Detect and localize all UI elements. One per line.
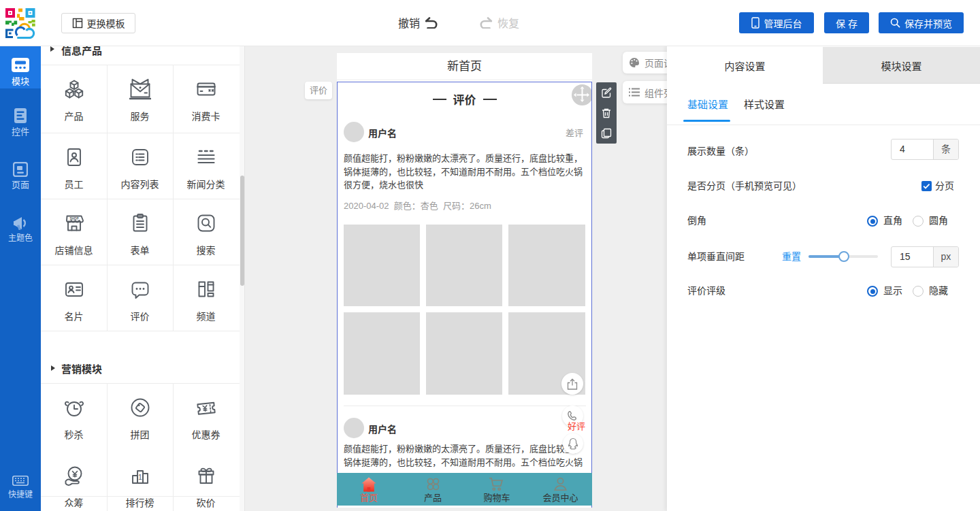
svg-text:SHOP: SHOP <box>69 217 78 220</box>
svg-text:1: 1 <box>138 473 142 481</box>
